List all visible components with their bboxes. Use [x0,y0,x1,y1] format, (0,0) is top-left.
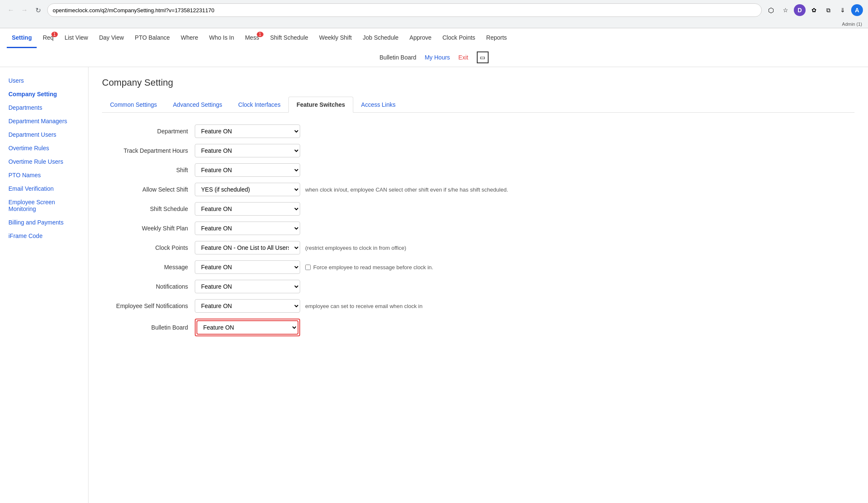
form-row-employee-self-notifications: Employee Self NotificationsFeature ONFea… [102,299,855,313]
form-hint: (restrict employees to clock in from off… [305,245,406,251]
form-label: Notifications [102,283,195,290]
form-control: YES (if scheduled)YESNO [195,183,300,196]
back-button[interactable]: ← [5,4,17,16]
select-employee-self-notifications[interactable]: Feature ONFeature OFF [195,299,300,313]
form-row-shift-schedule: Shift ScheduleFeature ONFeature OFF [102,202,855,216]
nav-badge: 1 [51,32,58,37]
nav-tab-setting[interactable]: Setting [7,28,37,48]
nav-tab-req[interactable]: Req1 [38,28,59,48]
nav-tab-job-schedule[interactable]: Job Schedule [358,28,404,48]
address-bar[interactable]: opentimeclock.com/q2/mCompanySetting.htm… [47,3,762,17]
form-row-allow-select-shift: Allow Select ShiftYES (if scheduled)YESN… [102,183,855,196]
tabs-container: Common SettingsAdvanced SettingsClock In… [102,97,855,113]
tab-access-links[interactable]: Access Links [353,97,404,113]
sidebar-item-billing-and-payments[interactable]: Billing and Payments [0,216,88,229]
sidebar-item-department-managers[interactable]: Department Managers [0,114,88,128]
form-label: Allow Select Shift [102,186,195,193]
form-label: Clock Points [102,244,195,251]
select-department[interactable]: Feature ONFeature OFF [195,124,300,138]
reload-button[interactable]: ↻ [32,4,44,16]
form-control: Feature ONFeature OFF [195,280,300,293]
form-hint: Force employee to read message before cl… [305,264,433,270]
user-avatar[interactable]: A [851,4,863,16]
nav-tab-list-view[interactable]: List View [59,28,93,48]
select-bulletin-board[interactable]: Feature ONFeature OFF [196,320,298,335]
nav-bulletin-board[interactable]: Bulletin Board [379,54,416,61]
nav-tab-day-view[interactable]: Day View [94,28,129,48]
select-weekly-shift-plan[interactable]: Feature ONFeature OFF [195,222,300,235]
select-clock-points[interactable]: Feature ON - One List to All UsersFeatur… [195,241,300,254]
sidebar-item-employee-screen-monitoring[interactable]: Employee Screen Monitoring [0,195,88,216]
tab-clock-interfaces[interactable]: Clock Interfaces [230,97,288,113]
page-title: Company Setting [102,77,855,88]
nav-tab-shift-schedule[interactable]: Shift Schedule [265,28,313,48]
form-row-weekly-shift-plan: Weekly Shift PlanFeature ONFeature OFF [102,222,855,235]
nav-tab-mess[interactable]: Mess1 [240,28,264,48]
form-row-notifications: NotificationsFeature ONFeature OFF [102,280,855,293]
download-icon[interactable]: ⇓ [837,4,849,16]
form-label: Weekly Shift Plan [102,225,195,232]
sidebar-item-overtime-rules[interactable]: Overtime Rules [0,141,88,155]
sidebar-item-overtime-rule-users[interactable]: Overtime Rule Users [0,155,88,168]
form-row-message: MessageFeature ONFeature OFFForce employ… [102,260,855,274]
browser-actions: ⬡ ☆ D ✿ ⧉ ⇓ A [765,4,863,16]
exit-icon[interactable]: ▭ [477,51,489,63]
form-label: Shift [102,167,195,173]
form-hint: employee can set to receive email when c… [305,303,422,309]
select-shift-schedule[interactable]: Feature ONFeature OFF [195,202,300,216]
nav-tab-approve[interactable]: Approve [404,28,436,48]
forward-button[interactable]: → [19,4,30,16]
settings-form: DepartmentFeature ONFeature OFFTrack Dep… [102,124,855,336]
form-label: Bulletin Board [102,324,195,331]
form-control: Feature ONFeature OFF [195,299,300,313]
nav-buttons: ← → ↻ [5,4,44,16]
tab-advanced-settings[interactable]: Advanced Settings [165,97,230,113]
extension-d-icon[interactable]: D [794,4,806,16]
form-label: Employee Self Notifications [102,303,195,309]
cast-icon[interactable]: ⬡ [765,4,777,16]
browser-chrome: ← → ↻ opentimeclock.com/q2/mCompanySetti… [0,0,868,28]
select-shift[interactable]: Feature ONFeature OFF [195,163,300,177]
form-row-track-department-hours: Track Department HoursFeature ONFeature … [102,144,855,157]
nav-tab-where[interactable]: Where [176,28,203,48]
select-notifications[interactable]: Feature ONFeature OFF [195,280,300,293]
nav-tab-clock-points[interactable]: Clock Points [438,28,481,48]
nav-badge: 1 [257,32,263,37]
nav-tab-pto-balance[interactable]: PTO Balance [130,28,175,48]
form-control: Feature ONFeature OFF [195,260,300,274]
nav-tab-who-is-in[interactable]: Who Is In [204,28,239,48]
nav-tab-reports[interactable]: Reports [481,28,512,48]
sidebar-item-company-setting[interactable]: Company Setting [0,87,88,101]
extension-flower-icon[interactable]: ✿ [808,4,820,16]
tab-feature-switches[interactable]: Feature Switches [288,97,353,113]
form-control: Feature ONFeature OFF [195,319,300,336]
nav-exit[interactable]: Exit [458,54,468,61]
nav-tab-weekly-shift[interactable]: Weekly Shift [314,28,357,48]
app-nav: SettingReq1List ViewDay ViewPTO BalanceW… [0,28,868,67]
form-label: Shift Schedule [102,206,195,212]
form-row-bulletin-board: Bulletin BoardFeature ONFeature OFF [102,319,855,336]
url-text: opentimeclock.com/q2/mCompanySetting.htm… [53,7,214,14]
extension-puzzle-icon[interactable]: ⧉ [822,4,834,16]
hint-checkbox[interactable] [305,265,311,270]
select-message[interactable]: Feature ONFeature OFF [195,260,300,274]
sidebar-item-department-users[interactable]: Department Users [0,128,88,141]
sidebar-item-users[interactable]: Users [0,74,88,87]
sidebar-item-iframe-code[interactable]: iFrame Code [0,229,88,243]
browser-toolbar: ← → ↻ opentimeclock.com/q2/mCompanySetti… [0,0,868,20]
form-control: Feature ONFeature OFF [195,163,300,177]
star-icon[interactable]: ☆ [779,4,791,16]
sidebar-item-email-verification[interactable]: Email Verification [0,182,88,195]
form-hint: when clock in/out, employee CAN select o… [305,187,508,193]
main-layout: UsersCompany SettingDepartmentsDepartmen… [0,67,868,503]
form-label: Message [102,264,195,270]
form-control: Feature ONFeature OFF [195,202,300,216]
tab-common-settings[interactable]: Common Settings [102,97,165,113]
select-track-department-hours[interactable]: Feature ONFeature OFF [195,144,300,157]
admin-label: Admin (1) [842,22,862,27]
form-row-shift: ShiftFeature ONFeature OFF [102,163,855,177]
sidebar-item-pto-names[interactable]: PTO Names [0,168,88,182]
nav-my-hours[interactable]: My Hours [425,54,450,61]
select-allow-select-shift[interactable]: YES (if scheduled)YESNO [195,183,300,196]
sidebar-item-departments[interactable]: Departments [0,101,88,114]
